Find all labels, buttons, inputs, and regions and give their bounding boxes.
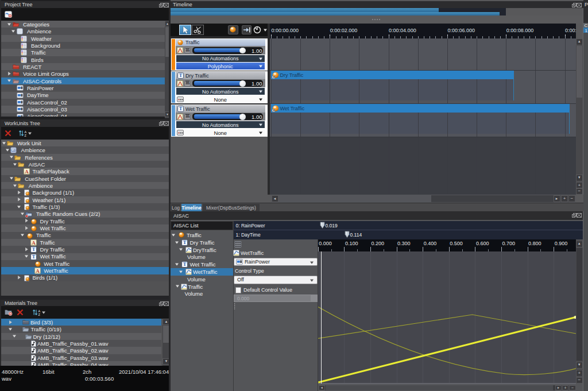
svg-text:T: T (183, 262, 187, 268)
svg-text:A: A (36, 268, 40, 274)
svg-text:T: T (32, 247, 36, 253)
svg-text:Z: Z (25, 134, 27, 137)
svg-text:T: T (32, 254, 36, 260)
svg-text:A: A (25, 169, 29, 175)
svg-text:A: A (32, 239, 36, 245)
svg-text:T: T (179, 106, 183, 112)
svg-text:Z: Z (38, 313, 41, 316)
svg-text:T: T (179, 73, 183, 79)
svg-text:T: T (183, 239, 187, 245)
svg-text:WU: WU (11, 149, 16, 152)
